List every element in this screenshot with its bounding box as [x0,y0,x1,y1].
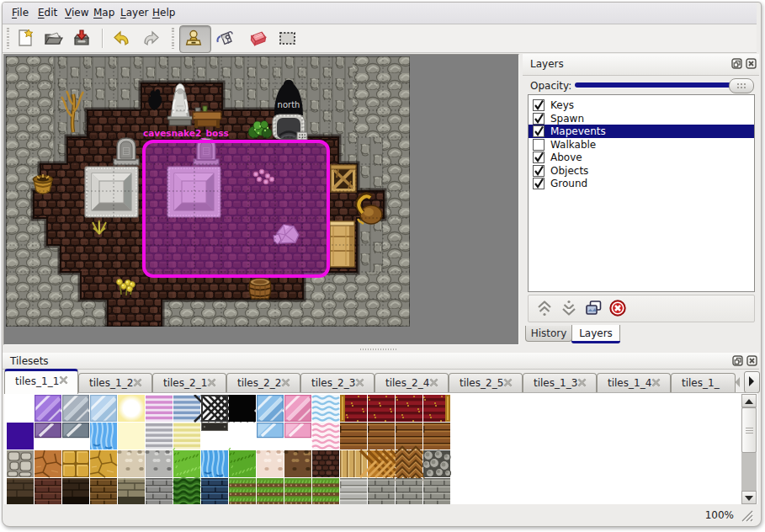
open-file-button[interactable] [41,26,66,51]
resize-grip[interactable] [740,508,754,523]
raise-layer-button[interactable] [535,299,555,317]
scroll-up-button[interactable] [741,394,757,407]
tileset-tab-tiles_2_4[interactable]: tiles_2_4 [375,373,449,392]
layer-row[interactable]: Above [529,151,754,164]
tileset-tab-tiles_1_2[interactable]: tiles_1_2 [78,373,152,392]
tab-scroll-right-button[interactable] [744,371,760,393]
checkbox-checked[interactable] [533,99,545,111]
menu-bar: FileEditViewMapLayerHelp [3,3,757,24]
tileset-tab-tiles_2_3[interactable]: tiles_2_3 [300,373,375,392]
lower-layer-button[interactable] [560,299,580,317]
tile-grass-rows [312,478,339,505]
tab-close-icon[interactable] [577,378,587,387]
tab-scroll-left-button[interactable] [732,373,743,391]
tileset-tab-tiles_1_3[interactable]: tiles_1_3 [523,373,597,392]
tile-stripes-yellow [173,423,200,450]
float-button[interactable] [731,58,742,69]
tile-planks-brown [423,423,450,450]
tileset-tab-tiles_2_1[interactable]: tiles_2_1 [152,373,226,392]
select-tool-button[interactable] [275,26,300,51]
save-file-button[interactable] [70,26,95,51]
tile-planks-brown [368,423,395,450]
close-button[interactable] [746,58,757,69]
layer-row[interactable]: Objects [529,164,754,178]
checkbox-checked[interactable] [533,113,545,125]
tab-close-icon[interactable] [429,378,438,387]
menu-item-view[interactable]: View [63,6,90,20]
tileset-tab-tiles_2_2[interactable]: tiles_2_2 [226,373,300,392]
tilesets-dock: Tilesetstiles_1_1tiles_1_2tiles_2_1tiles… [3,353,759,504]
layer-list[interactable]: KeysSpawnMapeventsWalkableAboveObjectsGr… [528,94,755,292]
scroll-track[interactable] [741,453,757,491]
delete-layer-button[interactable] [608,299,629,317]
save-icon [72,28,92,48]
map-canvas[interactable]: cavesnake2_bossnorth [6,56,410,327]
redo-button[interactable] [139,26,164,51]
layer-name: Objects [550,165,588,177]
tileset-tab-tiles_2_5[interactable]: tiles_2_5 [449,373,523,392]
menu-item-map[interactable]: Map [92,6,116,20]
tile-glass-pink-framed [283,395,313,423]
tab-close-icon[interactable] [281,378,290,387]
eraser-tool-button[interactable] [245,26,270,51]
map-object-cratebroken [331,165,356,192]
tab-label: tiles_1_ [682,377,720,389]
tileset-view[interactable] [4,392,757,505]
float-icon [732,355,743,366]
opacity-slider-groove[interactable] [575,82,751,88]
menu-item-file[interactable]: File [10,6,30,20]
new-file-button[interactable] [13,26,38,51]
scroll-thumb[interactable] [741,407,757,453]
checkbox-checked[interactable] [533,165,545,177]
scroll-down-button[interactable] [741,491,757,504]
checkmark-icon [533,163,546,177]
tilesets-dock-title: Tilesets [10,355,49,367]
tile-shingles-dark [312,450,339,477]
tile-grass-green [229,448,256,477]
layer-row[interactable]: Spawn [529,112,754,125]
fill-tool-button[interactable] [213,26,238,51]
tab-close-icon[interactable] [207,378,216,387]
tab-close-icon[interactable] [355,378,364,387]
menu-item-help[interactable]: Help [151,6,177,20]
stamp-tool-button[interactable] [179,25,211,53]
gate-label: north [278,100,300,109]
checkbox-checked[interactable] [533,152,545,163]
tileset-scrollbar[interactable] [741,394,757,504]
float-icon [731,58,742,69]
tab-close-icon[interactable] [503,378,513,387]
layer-row[interactable]: Keys [529,98,754,112]
new-file-icon [14,28,35,48]
tab-close-icon[interactable] [59,375,68,385]
splitter-handle[interactable] [359,348,396,351]
tileset-palette[interactable] [7,395,451,506]
tab-layers[interactable]: Layers [571,325,620,343]
toolbar-handle[interactable] [171,28,175,49]
menu-item-edit[interactable]: Edit [36,6,59,20]
checkbox-checked[interactable] [533,125,545,137]
checkbox-unchecked[interactable] [533,139,545,151]
tab-close-icon[interactable] [133,378,142,387]
layer-row[interactable]: Ground [529,177,754,190]
menu-item-layer[interactable]: Layer [119,6,150,20]
tileset-tab-tiles_1_4[interactable]: tiles_1_4 [597,373,671,392]
tileset-tab-tiles_1_1[interactable]: tiles_1_1 [4,369,78,394]
tab-label: tiles_1_1 [15,375,59,387]
duplicate-layer-button[interactable] [584,299,604,317]
eraser-icon [247,28,267,48]
toolbar-handle[interactable] [6,28,10,49]
layer-row[interactable]: Mapevents [529,125,754,138]
checkbox-checked[interactable] [533,178,545,189]
tab-close-icon[interactable] [651,378,661,387]
tileset-tab-tiles_1[interactable]: tiles_1_ [671,373,736,392]
checkmark-icon [533,111,546,125]
selection-region-fill [144,141,328,276]
layer-row[interactable]: Walkable [529,138,754,152]
tile-cobblestone-gray [7,450,34,477]
float-button[interactable] [732,355,743,366]
scroll-thumb-grip [746,428,753,434]
close-button[interactable] [746,355,757,366]
undo-button[interactable] [110,26,135,51]
tab-history[interactable]: History [525,326,572,342]
opacity-slider-handle[interactable] [729,78,754,93]
